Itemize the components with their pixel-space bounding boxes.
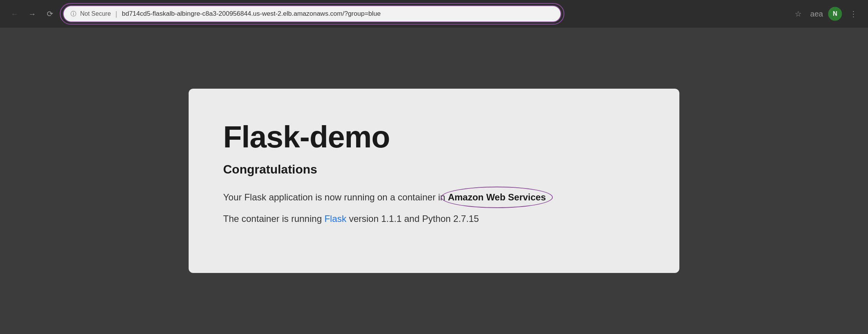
back-button[interactable]: ← xyxy=(8,7,21,21)
bookmark-button[interactable]: ☆ xyxy=(791,7,805,21)
page-content: Flask-demo Congratulations Your Flask ap… xyxy=(0,28,868,334)
profile-button[interactable]: N xyxy=(828,7,842,21)
version-prefix: The container is running xyxy=(223,213,322,224)
aws-highlight: Amazon Web Services xyxy=(448,190,546,204)
extensions-label: aea xyxy=(810,10,823,18)
description-prefix: Your Flask application is now running on… xyxy=(223,192,445,202)
aws-text: Amazon Web Services xyxy=(448,192,546,202)
content-card: Flask-demo Congratulations Your Flask ap… xyxy=(189,89,679,273)
lock-icon: ⓘ xyxy=(71,10,76,18)
description-text: Your Flask application is now running on… xyxy=(223,190,645,204)
address-bar-container: ⓘ Not Secure | bd714cd5-flaskalb-albingr… xyxy=(63,5,561,22)
app-title: Flask-demo xyxy=(223,119,645,155)
profile-initial: N xyxy=(833,10,837,17)
forward-button[interactable]: → xyxy=(25,7,39,21)
reload-button[interactable]: ⟳ xyxy=(43,7,57,21)
version-info: The container is running Flask version 1… xyxy=(223,212,645,226)
nav-buttons: ← → ⟳ xyxy=(8,7,57,21)
extensions-button[interactable]: aea xyxy=(810,7,824,21)
browser-actions: ☆ aea N ⋮ xyxy=(791,7,860,21)
version-suffix: version 1.1.1 and Python 2.7.15 xyxy=(349,213,479,224)
menu-button[interactable]: ⋮ xyxy=(847,7,860,21)
congratulations-heading: Congratulations xyxy=(223,162,645,177)
url-text: bd714cd5-flaskalb-albingre-c8a3-20095684… xyxy=(122,10,554,18)
flask-link[interactable]: Flask xyxy=(324,213,346,224)
address-bar[interactable]: ⓘ Not Secure | bd714cd5-flaskalb-albingr… xyxy=(63,5,561,22)
address-separator: | xyxy=(115,10,117,18)
not-secure-label: Not Secure xyxy=(80,10,111,17)
browser-chrome: ← → ⟳ ⓘ Not Secure | bd714cd5-flaskalb-a… xyxy=(0,0,868,28)
